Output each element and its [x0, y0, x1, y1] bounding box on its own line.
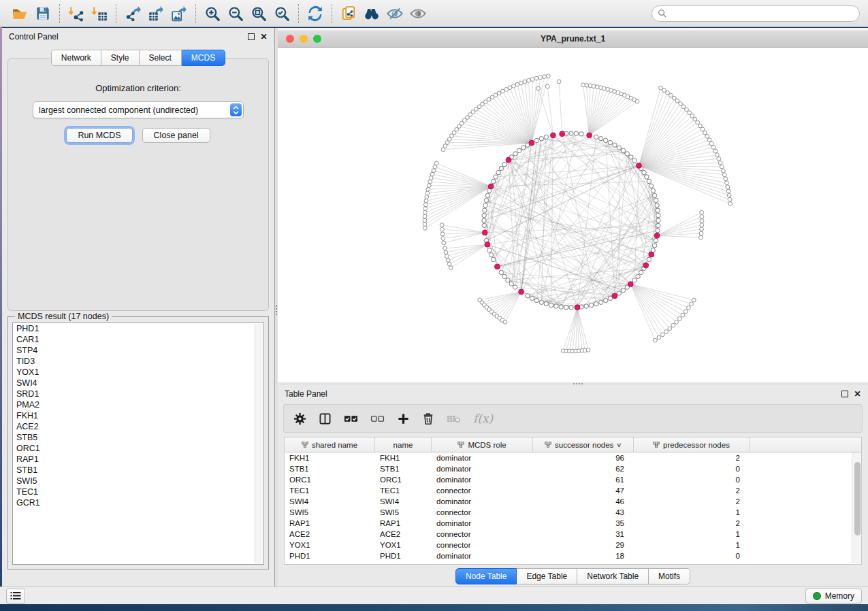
close-panel-button[interactable]: Close panel [142, 128, 210, 143]
table-cell[interactable]: 0 [634, 476, 750, 484]
table-cell[interactable]: connector [432, 530, 533, 538]
table-cell[interactable]: dominator [432, 476, 533, 484]
mcds-result-item[interactable]: SWI4 [13, 378, 263, 389]
table-scrollbar-thumb[interactable] [854, 462, 861, 535]
search-input[interactable] [670, 8, 854, 19]
mcds-result-item[interactable]: STP4 [13, 345, 263, 356]
menu-list-icon[interactable] [6, 589, 25, 604]
column-header-name[interactable]: name [375, 437, 432, 452]
table-cell[interactable]: 43 [533, 508, 634, 516]
table-cell[interactable]: TEC1 [375, 486, 432, 495]
table-cell[interactable]: dominator [432, 497, 533, 506]
table-row[interactable]: FKH1FKH1dominator962 [285, 452, 861, 463]
mcds-result-item[interactable]: RAP1 [13, 454, 263, 465]
table-cell[interactable]: 1 [634, 530, 750, 538]
table-row[interactable]: RAP1RAP1dominator352 [285, 518, 861, 529]
table-cell[interactable]: SWI4 [285, 497, 375, 506]
zoom-fit-icon[interactable] [247, 3, 270, 24]
table-cell[interactable]: connector [432, 508, 533, 516]
mcds-result-item[interactable]: ORC1 [13, 443, 263, 454]
split-panel-icon[interactable] [319, 412, 332, 425]
float-panel-icon[interactable] [247, 33, 255, 41]
export-table-icon[interactable] [144, 3, 167, 24]
table-cell[interactable]: ORC1 [375, 476, 432, 484]
refresh-icon[interactable] [304, 3, 327, 24]
table-cell[interactable]: FKH1 [375, 454, 432, 462]
table-row[interactable]: SWI4SWI4dominator462 [285, 496, 861, 507]
table-row[interactable]: SWI5SWI5connector431 [285, 507, 861, 518]
memory-button[interactable]: Memory [805, 589, 862, 604]
zoom-in-icon[interactable] [201, 3, 224, 24]
search-box[interactable] [652, 5, 860, 22]
network-canvas[interactable] [278, 48, 868, 382]
table-row[interactable]: PHD1PHD1dominator180 [285, 550, 861, 561]
tab-network-table[interactable]: Network Table [577, 568, 649, 584]
add-column-icon[interactable] [397, 412, 410, 425]
table-cell[interactable]: 31 [533, 530, 634, 538]
table-cell[interactable]: 46 [533, 497, 634, 506]
table-cell[interactable]: ORC1 [285, 476, 375, 484]
table-cell[interactable]: SWI4 [375, 497, 432, 506]
table-row[interactable]: TEC1TEC1connector472 [285, 485, 861, 496]
eye-slash-icon[interactable] [383, 3, 406, 24]
table-cell[interactable]: 96 [533, 454, 634, 462]
eye-icon[interactable] [406, 3, 430, 24]
mcds-result-item[interactable]: STB1 [13, 465, 263, 476]
tab-style[interactable]: Style [101, 50, 140, 66]
table-cell[interactable]: 35 [533, 519, 634, 527]
mcds-result-item[interactable]: CAR1 [13, 334, 263, 345]
horizontal-splitter[interactable] [278, 382, 868, 385]
table-cell[interactable]: 2 [634, 497, 750, 506]
open-session-icon[interactable] [8, 3, 31, 24]
table-cell[interactable]: 2 [634, 519, 750, 527]
import-table-icon[interactable] [88, 3, 111, 24]
select-all-icon[interactable] [344, 414, 358, 424]
table-cell[interactable]: dominator [432, 454, 533, 462]
settings-gear-icon[interactable] [293, 412, 306, 425]
table-scrollbar[interactable] [852, 452, 861, 563]
tab-node-table[interactable]: Node Table [455, 568, 517, 584]
mcds-result-item[interactable]: YOX1 [13, 367, 263, 378]
column-header-successor-nodes[interactable]: successor nodes∨ [533, 437, 634, 452]
sort-caret-icon[interactable]: ∨ [616, 442, 622, 448]
optimization-criterion-select[interactable]: largest connected component (undirected) [33, 101, 244, 118]
mcds-result-item[interactable]: PMA2 [13, 399, 263, 410]
table-cell[interactable]: 29 [533, 541, 634, 549]
mcds-result-list[interactable]: PHD1CAR1STP4TID3YOX1SWI4SRD1PMA2FKH1ACE2… [12, 323, 264, 565]
table-cell[interactable]: 0 [634, 552, 750, 560]
tab-mcds[interactable]: MCDS [182, 50, 225, 66]
table-cell[interactable]: 61 [533, 476, 634, 484]
table-cell[interactable]: STB1 [375, 465, 432, 473]
delete-column-icon[interactable] [422, 412, 434, 425]
mcds-result-item[interactable]: FKH1 [13, 410, 263, 421]
tab-network[interactable]: Network [51, 50, 101, 66]
binoculars-icon[interactable] [360, 3, 383, 24]
table-cell[interactable]: 1 [634, 508, 750, 516]
column-header-predecessor-nodes[interactable]: predecessor nodes [634, 437, 750, 452]
column-header-shared-name[interactable]: shared name [285, 437, 375, 452]
table-cell[interactable]: TEC1 [285, 486, 375, 495]
table-row[interactable]: YOX1YOX1connector291 [285, 540, 861, 550]
tab-select[interactable]: Select [140, 50, 182, 66]
table-cell[interactable]: STB1 [285, 465, 375, 473]
table-cell[interactable]: 1 [634, 541, 750, 549]
table-cell[interactable]: 47 [533, 486, 634, 495]
table-cell[interactable]: dominator [432, 552, 533, 560]
table-cell[interactable]: RAP1 [375, 519, 432, 527]
delete-table-icon[interactable] [447, 414, 461, 424]
close-panel-icon[interactable]: ✕ [260, 33, 268, 41]
zoom-out-icon[interactable] [224, 3, 247, 24]
table-cell[interactable]: PHD1 [285, 552, 375, 560]
table-cell[interactable]: 2 [634, 454, 750, 462]
zoom-selected-icon[interactable] [270, 3, 293, 24]
table-cell[interactable]: SWI5 [285, 508, 375, 516]
mcds-result-item[interactable]: TEC1 [13, 486, 263, 497]
table-cell[interactable]: ACE2 [285, 530, 375, 538]
table-cell[interactable]: YOX1 [285, 541, 375, 549]
import-network-icon[interactable] [65, 3, 88, 24]
column-header-MCDS-role[interactable]: MCDS role [432, 437, 533, 452]
mcds-result-item[interactable]: ACE2 [13, 421, 263, 432]
table-cell[interactable]: dominator [432, 465, 533, 473]
float-table-panel-icon[interactable] [841, 391, 848, 398]
export-network-icon[interactable] [121, 3, 144, 24]
